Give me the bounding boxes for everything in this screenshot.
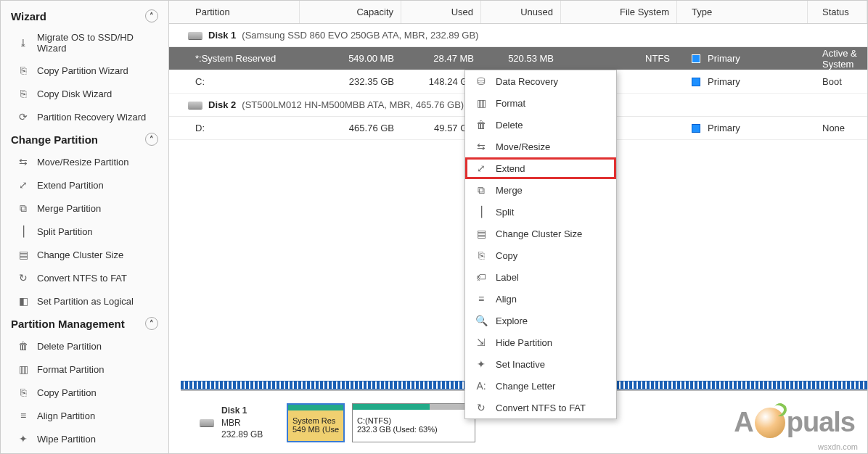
disk-map-size: 232.89 GB xyxy=(221,429,279,441)
app-window: Wizard˄⤓Migrate OS to SSD/HD Wizard⎘Copy… xyxy=(0,0,868,454)
sidebar-section-header[interactable]: Partition Management˄ xyxy=(1,313,168,334)
col-used[interactable]: Used xyxy=(401,1,481,23)
sidebar-section-header[interactable]: Wizard˄ xyxy=(1,5,168,27)
col-partition[interactable]: Partition xyxy=(169,1,300,23)
cell-type: Primary xyxy=(677,118,808,138)
disk-map-info: Disk 1 MBR 232.89 GB xyxy=(221,405,279,441)
collapse-icon[interactable]: ˄ xyxy=(145,9,158,22)
disk-map-reserved[interactable]: System Res 549 MB (Use xyxy=(287,403,345,442)
copy-disk-wizard[interactable]: ⎘Copy Disk Wizard xyxy=(1,82,168,105)
ctx-data-recovery[interactable]: ⛁Data Recovery xyxy=(465,70,616,92)
ctx-delete[interactable]: 🗑Delete xyxy=(465,114,616,136)
set-logical[interactable]: ◧Set Partition as Logical xyxy=(1,289,168,313)
sidebar-item-label: Migrate OS to SSD/HD Wizard xyxy=(37,32,158,54)
ctx-item-label: Set Inactive xyxy=(496,359,545,370)
ctx-align-icon: ≡ xyxy=(475,293,487,305)
ctx-cluster[interactable]: ▤Change Cluster Size xyxy=(465,223,616,244)
convert-ntfs-fat[interactable]: ↻Convert NTFS to FAT xyxy=(1,266,168,289)
ctx-explore-icon: 🔍 xyxy=(475,315,487,326)
watermark-head-icon xyxy=(755,408,785,438)
copy-partition-wizard[interactable]: ⎘Copy Partition Wizard xyxy=(1,59,168,82)
change-cluster-size[interactable]: ▤Change Cluster Size xyxy=(1,243,168,266)
collapse-icon[interactable]: ˄ xyxy=(145,317,158,330)
type-chip-icon xyxy=(692,124,700,133)
set-label[interactable]: 🏷Set Label xyxy=(1,450,168,453)
wipe-partition[interactable]: ✦Wipe Partition xyxy=(1,427,168,450)
c-title: C:(NTFS) xyxy=(357,416,470,425)
cell-capacity: 465.76 GB xyxy=(300,118,401,138)
disk-row[interactable]: Disk 1 (Samsung SSD 860 EVO 250GB ATA, M… xyxy=(169,24,867,47)
convert-ntfs-fat-icon: ↻ xyxy=(17,271,30,284)
ctx-item-label: Copy xyxy=(496,250,517,261)
ctx-letter-icon: A: xyxy=(475,380,487,392)
align-partition[interactable]: ≡Align Partition xyxy=(1,404,168,427)
ctx-inactive[interactable]: ✦Set Inactive xyxy=(465,353,616,375)
ctx-explore[interactable]: 🔍Explore xyxy=(465,310,616,331)
ctx-convert[interactable]: ↻Convert NTFS to FAT xyxy=(465,397,616,418)
col-type[interactable]: Type xyxy=(677,1,808,23)
col-filesystem[interactable]: File System xyxy=(561,1,677,23)
ctx-hide[interactable]: ⇲Hide Partition xyxy=(465,331,616,353)
ctx-item-label: Format xyxy=(496,98,525,109)
disk-map-c[interactable]: C:(NTFS) 232.3 GB (Used: 63%) xyxy=(352,403,475,442)
partition-recovery-wizard[interactable]: ⟳Partition Recovery Wizard xyxy=(1,105,168,128)
ctx-cluster-icon: ▤ xyxy=(475,228,487,239)
sidebar-section-title: Change Partition xyxy=(11,133,98,146)
sidebar-item-label: Split Partition xyxy=(37,226,93,237)
cell-partition: C: xyxy=(169,72,300,91)
ctx-item-label: Data Recovery xyxy=(496,76,558,87)
disk-icon xyxy=(188,102,202,109)
ctx-extend-icon: ⤢ xyxy=(475,162,487,174)
disk-name: Disk 2 xyxy=(208,99,236,110)
copy-partition-icon: ⎘ xyxy=(17,386,30,399)
disk-icon xyxy=(188,32,202,39)
ctx-split[interactable]: ⎮Split xyxy=(465,201,616,223)
merge-partition[interactable]: ⧉Merge Partition xyxy=(1,197,168,220)
ctx-move-resize[interactable]: ⇆Move/Resize xyxy=(465,136,616,157)
copy-partition[interactable]: ⎘Copy Partition xyxy=(1,381,168,404)
ctx-item-label: Convert NTFS to FAT xyxy=(496,403,586,413)
extend-partition[interactable]: ⤢Extend Partition xyxy=(1,173,168,197)
cell-used: 28.47 MB xyxy=(401,49,481,68)
ctx-item-label: Extend xyxy=(496,163,525,174)
cell-partition: *:System Reserved xyxy=(169,49,300,68)
collapse-icon[interactable]: ˄ xyxy=(145,133,158,146)
sidebar-section-title: Partition Management xyxy=(11,318,125,330)
ctx-copy-icon: ⎘ xyxy=(475,249,487,261)
type-chip-icon xyxy=(692,78,700,86)
disk-map-type: MBR xyxy=(221,417,279,429)
sidebar-item-label: Copy Disk Wizard xyxy=(37,88,112,99)
reserved-title: System Res xyxy=(292,416,339,425)
ctx-letter[interactable]: A:Change Letter xyxy=(465,375,616,397)
ctx-label[interactable]: 🏷Label xyxy=(465,266,616,288)
context-menu[interactable]: ⛁Data Recovery▥Format🗑Delete⇆Move/Resize… xyxy=(464,70,617,419)
migrate-os-wizard[interactable]: ⤓Migrate OS to SSD/HD Wizard xyxy=(1,27,168,59)
ctx-align[interactable]: ≡Align xyxy=(465,288,616,310)
ctx-extend[interactable]: ⤢Extend xyxy=(465,157,616,179)
ctx-item-label: Hide Partition xyxy=(496,337,552,348)
ctx-copy[interactable]: ⎘Copy xyxy=(465,244,616,266)
ctx-format[interactable]: ▥Format xyxy=(465,92,616,114)
split-partition[interactable]: ⎮Split Partition xyxy=(1,220,168,243)
delete-partition[interactable]: 🗑Delete Partition xyxy=(1,334,168,358)
col-status[interactable]: Status xyxy=(808,1,867,23)
ctx-merge[interactable]: ⧉Merge xyxy=(465,179,616,201)
col-unused[interactable]: Unused xyxy=(481,1,561,23)
ctx-item-label: Label xyxy=(496,272,519,283)
migrate-os-wizard-icon: ⤓ xyxy=(17,36,30,49)
cell-capacity: 549.00 MB xyxy=(300,49,401,68)
sidebar-section-header[interactable]: Change Partition˄ xyxy=(1,128,168,150)
format-partition[interactable]: ▥Format Partition xyxy=(1,358,168,381)
partition-row[interactable]: *:System Reserved549.00 MB28.47 MB520.53… xyxy=(169,47,867,70)
sidebar-item-label: Merge Partition xyxy=(37,203,101,214)
disk-map-label: Disk 1 xyxy=(221,405,279,417)
ctx-hide-icon: ⇲ xyxy=(475,337,487,348)
table-header: Partition Capacity Used Unused File Syst… xyxy=(169,1,867,24)
move-resize-partition-icon: ⇆ xyxy=(17,155,30,168)
move-resize-partition[interactable]: ⇆Move/Resize Partition xyxy=(1,150,168,173)
merge-partition-icon: ⧉ xyxy=(17,202,30,215)
cell-status: Active & System xyxy=(808,44,867,74)
sidebar-item-label: Set Partition as Logical xyxy=(37,296,134,307)
col-capacity[interactable]: Capacity xyxy=(300,1,401,23)
sidebar-item-label: Extend Partition xyxy=(37,180,104,191)
